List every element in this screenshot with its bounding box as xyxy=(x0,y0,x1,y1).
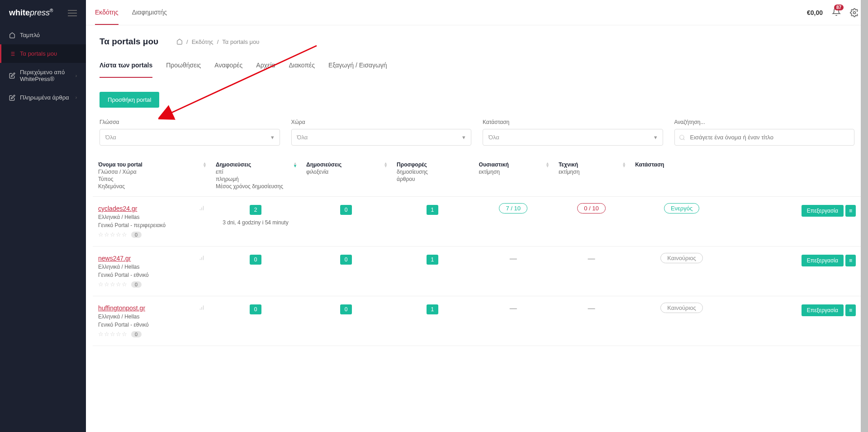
filter-language-label: Γλώσσα xyxy=(100,119,280,125)
star-count: 0 xyxy=(131,232,142,238)
inner-tab-0[interactable]: Λίστα των portals xyxy=(100,53,152,78)
sidebar-item-label: Ταμπλό xyxy=(20,32,40,38)
technical-pill: 0 / 10 xyxy=(577,203,606,214)
portal-lang: Ελληνικά / Hellas xyxy=(98,264,205,270)
th-name[interactable]: Όνομα του portal xyxy=(98,161,142,168)
pubhost-pill: 0 xyxy=(340,205,352,215)
chart-icon[interactable] xyxy=(199,255,205,261)
edit-button[interactable]: Επεξεργασία xyxy=(802,205,844,217)
sort-icon[interactable]: ▲▼ xyxy=(203,162,207,167)
content: Λίστα των portalsΠροωθήσειςΑναφορέςΑρχεί… xyxy=(86,53,868,360)
scrollbar[interactable] xyxy=(861,0,868,432)
sidebar-item-3[interactable]: Πληρωμένα άρθρα› xyxy=(0,88,86,107)
th-pubhost[interactable]: Δημοσιεύσεις xyxy=(306,161,342,168)
portal-type: Γενικό Portal - εθνικό xyxy=(98,272,205,278)
edit-button[interactable]: Επεξεργασία xyxy=(802,255,844,266)
sidebar: whitepress® ΤαμπλόΤα portals μουΠεριεχόμ… xyxy=(0,0,86,432)
chart-icon[interactable] xyxy=(199,304,205,311)
portal-name-link[interactable]: huffingtonpost.gr xyxy=(98,304,145,312)
filter-status-select[interactable]: Όλα▾ xyxy=(483,129,663,146)
filter-search: Αναζήτηση... xyxy=(674,119,855,146)
inner-tabs: Λίστα των portalsΠροωθήσειςΑναφορέςΑρχεί… xyxy=(93,53,861,78)
inner-tab-1[interactable]: Προωθήσεις xyxy=(166,53,201,78)
home-icon[interactable] xyxy=(176,38,183,45)
page-title: Τα portals μου xyxy=(100,37,158,47)
menu-toggle-icon[interactable] xyxy=(68,10,77,16)
portal-name-link[interactable]: cyclades24.gr xyxy=(98,205,137,212)
filter-status-label: Κατάσταση xyxy=(483,119,663,125)
sort-icon[interactable]: ▲▼ xyxy=(384,162,388,167)
sort-icon[interactable]: ▲▼ xyxy=(622,162,626,167)
chevron-right-icon: › xyxy=(76,73,77,78)
filter-language: Γλώσσα Όλα▾ xyxy=(100,119,280,146)
edit-button[interactable]: Επεξεργασία xyxy=(802,304,844,316)
table-row: news247.gr Ελληνικά / Hellas Γενικό Port… xyxy=(93,247,861,296)
search-input[interactable] xyxy=(674,129,855,146)
star-count: 0 xyxy=(131,281,142,288)
card: Λίστα των portalsΠροωθήσειςΑναφορέςΑρχεί… xyxy=(93,53,861,346)
filter-country-select[interactable]: Όλα▾ xyxy=(291,129,472,146)
portal-rating: ☆☆☆☆☆ 0 xyxy=(98,331,205,337)
top-tab-0[interactable]: Εκδότης xyxy=(95,0,119,25)
offers-pill: 1 xyxy=(427,255,439,265)
th-technical[interactable]: Τεχνική xyxy=(559,161,578,168)
sidebar-item-1[interactable]: Τα portals μου xyxy=(0,44,86,63)
add-portal-button[interactable]: Προσθήκη portal xyxy=(100,92,159,108)
filter-country: Χώρα Όλα▾ xyxy=(291,119,472,146)
chevron-down-icon: ▾ xyxy=(462,134,465,141)
chevron-down-icon: ▾ xyxy=(654,134,657,141)
top-tab-1[interactable]: Διαφημιστής xyxy=(132,0,167,25)
avg-time: 3 dni, 4 godziny i 54 minuty xyxy=(216,219,295,226)
chart-icon[interactable] xyxy=(199,205,205,211)
gear-icon[interactable] xyxy=(850,8,859,17)
more-button[interactable]: ≡ xyxy=(845,255,856,266)
sort-icon[interactable]: ▲▼ xyxy=(293,162,297,167)
edit-icon xyxy=(9,72,15,79)
inner-tab-3[interactable]: Αρχεία xyxy=(256,53,275,78)
sidebar-item-0[interactable]: Ταμπλό xyxy=(0,26,86,44)
portal-rating: ☆☆☆☆☆ 0 xyxy=(98,281,205,288)
th-essential[interactable]: Ουσιαστική xyxy=(479,161,509,168)
pubpay-pill: 2 xyxy=(250,205,262,215)
list-icon xyxy=(9,51,15,57)
balance[interactable]: €0,00 xyxy=(807,9,823,16)
breadcrumb-current: Τα portals μου xyxy=(222,38,259,45)
svg-line-9 xyxy=(683,138,684,140)
sort-icon[interactable]: ▲▼ xyxy=(545,162,550,167)
topbar-right: €0,00 87 xyxy=(807,0,859,25)
inner-tab-4[interactable]: Διακοπές xyxy=(289,53,315,78)
portal-name-link[interactable]: news247.gr xyxy=(98,255,131,262)
sidebar-nav: ΤαμπλόΤα portals μουΠεριεχόμενο από Whit… xyxy=(0,26,86,107)
table-row: huffingtonpost.gr Ελληνικά / Hellas Γενι… xyxy=(93,296,861,346)
more-button[interactable]: ≡ xyxy=(845,304,856,316)
sidebar-item-label: Πληρωμένα άρθρα xyxy=(20,94,69,101)
pubhost-pill: 0 xyxy=(340,304,352,314)
essential-pill: 7 / 10 xyxy=(499,203,527,214)
portal-lang: Ελληνικά / Hellas xyxy=(98,214,205,220)
notification-bell[interactable]: 87 xyxy=(832,7,841,18)
offers-pill: 1 xyxy=(427,304,439,314)
inner-tab-5[interactable]: Εξαγωγή / Εισαγωγή xyxy=(328,53,387,78)
th-offers: Προσφορές xyxy=(397,161,427,168)
logo: whitepress® xyxy=(0,0,86,26)
filter-language-select[interactable]: Όλα▾ xyxy=(100,129,280,146)
portal-lang: Ελληνικά / Hellas xyxy=(98,313,205,320)
th-pubpay[interactable]: Δημοσιεύσεις xyxy=(216,161,251,168)
notification-badge: 87 xyxy=(834,5,844,10)
sidebar-item-label: Περιεχόμενο από WhitePress® xyxy=(20,69,71,82)
chevron-right-icon: › xyxy=(76,95,77,100)
technical-dash: — xyxy=(588,255,595,262)
status-badge: Καινούριος xyxy=(660,253,703,263)
essential-dash: — xyxy=(510,304,517,312)
status-badge: Καινούριος xyxy=(660,303,703,313)
pubpay-pill: 0 xyxy=(250,304,262,314)
inner-tab-2[interactable]: Αναφορές xyxy=(214,53,242,78)
breadcrumb-publisher[interactable]: Εκδότης xyxy=(192,38,213,45)
more-button[interactable]: ≡ xyxy=(845,205,856,217)
portal-type: Γενικό Portal - περιφερειακό xyxy=(98,222,205,228)
sidebar-item-2[interactable]: Περιεχόμενο από WhitePress®› xyxy=(0,63,86,88)
top-tabs: ΕκδότηςΔιαφημιστής xyxy=(95,0,167,25)
home-icon xyxy=(9,32,15,38)
edit-icon xyxy=(9,95,15,101)
breadcrumb: / Εκδότης / Τα portals μου xyxy=(176,38,259,45)
